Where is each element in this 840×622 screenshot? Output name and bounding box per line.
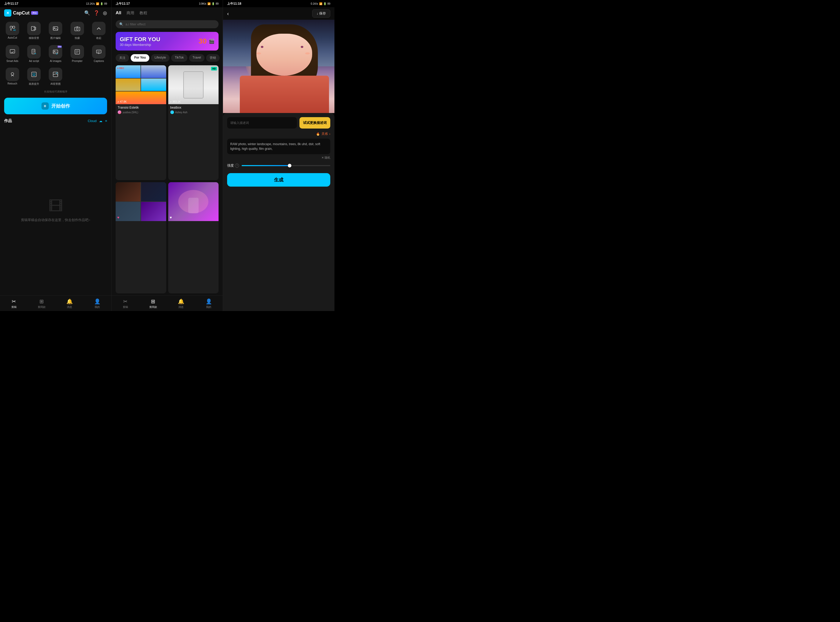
nav-template-2[interactable]: ⊞ 剪同款 [139, 296, 167, 311]
random-button[interactable]: ✕ 随机 [227, 156, 330, 160]
indicators-3: 0.1K/s 📶 🔋 89 [311, 2, 330, 5]
nav-profile-1[interactable]: 👤 我的 [84, 296, 111, 311]
wifi-icon-3: 🔋 [323, 2, 327, 5]
gift-scissors-icon: 🎬 [209, 38, 214, 44]
tool-label-enhance: 画质提升 [29, 82, 39, 86]
tool-prompter[interactable]: Prompter [67, 43, 87, 64]
try-replace-button[interactable]: 试试更换描述词 [299, 117, 330, 128]
couple-cell-2 [141, 182, 166, 201]
svg-rect-0 [10, 26, 12, 28]
gift-title: GIFT FOR YOU [120, 36, 160, 43]
nav-message-2[interactable]: 🔔 消息 [167, 296, 195, 311]
author-avatar-1 [118, 110, 121, 114]
prompt-input[interactable]: 请输入描述词 [227, 117, 297, 128]
bottom-nav-1: ✂ 剪辑 ⊞ 剪同款 🔔 消息 👤 我的 [0, 296, 111, 311]
tab-tutorial[interactable]: 教程 [139, 9, 147, 17]
mirror-scene [168, 65, 219, 104]
tool-ai-images[interactable]: Pro AI AI images [45, 43, 66, 64]
search-icon[interactable]: 🔍 [84, 10, 90, 16]
author-name-1: yustiva (SHL) [123, 111, 138, 114]
video-card-1[interactable]: ● REC ♬ 47.8K Transisi Estetik yustiva (… [116, 65, 166, 180]
create-button[interactable]: + 开始创作 [4, 98, 107, 114]
purple-phone [188, 198, 199, 213]
strength-label: 强度 ? [227, 163, 239, 168]
tool-collapse[interactable]: 收起 [89, 20, 109, 42]
indicators-1: 13.1K/s 📶 🔋 89 [86, 2, 107, 5]
logo-text: CapCut [13, 11, 29, 16]
tool-enhance[interactable]: AI 画质提升 [24, 66, 44, 88]
tool-icon-captions [92, 45, 105, 59]
cat-marketing[interactable]: 营销 [206, 54, 220, 62]
chevron-right-icon: › [329, 132, 330, 136]
video-title-2: beatbox [170, 106, 217, 109]
settings-icon[interactable]: ◎ [103, 10, 107, 16]
back-button[interactable]: ‹ [227, 11, 229, 17]
couple-cell-4 [141, 202, 166, 221]
heart-icon-2: ♥ [170, 215, 172, 220]
anime-image [223, 20, 334, 113]
panel-capcut-home: 上午11:17 13.1K/s 📶 🔋 89 ✕ CapCut Pro 🔍 ❓ … [0, 0, 111, 311]
stats-count-2: 363.1K [173, 100, 181, 103]
author-avatar-2 [170, 110, 174, 114]
help-icon[interactable]: ? [235, 163, 239, 168]
video-card-2[interactable]: HD ♬ 363.1K beatbox Ashey Ash [168, 65, 219, 180]
video-card-4[interactable]: ♥ [168, 182, 219, 293]
pro-badge-ai-images: Pro [58, 46, 62, 48]
sort-icon[interactable]: ≡ [105, 119, 107, 123]
cat-lifestyle[interactable]: Lifestyle [151, 54, 170, 62]
nav-template-1[interactable]: ⊞ 剪同款 [28, 296, 55, 311]
collage-cell-2 [141, 65, 166, 78]
video-card-3[interactable]: ♥ [116, 182, 166, 293]
wifi-icon-2: 🔋 [212, 2, 215, 5]
tool-photo-edit[interactable]: 图片编辑 [45, 20, 66, 42]
tool-icon-retouch [6, 68, 19, 81]
nav-profile-icon-2: 👤 [206, 298, 212, 305]
heart-icon: ♥ [117, 215, 119, 220]
pro-badge[interactable]: Pro [31, 11, 38, 15]
capcut-logo: ✕ CapCut Pro [4, 9, 38, 17]
couple-cell-1 [116, 182, 141, 201]
cat-foryou[interactable]: For You [131, 54, 149, 62]
nav-profile-2[interactable]: 👤 我的 [195, 296, 223, 311]
hd-badge: HD [211, 67, 217, 70]
generate-button[interactable]: 生成 [227, 173, 330, 187]
tool-icon-prompter [70, 45, 84, 59]
tool-label-camera: 拍摄 [75, 36, 80, 40]
tool-label-remove-bg: 移除背景 [29, 36, 39, 40]
works-title: 作品 [4, 119, 12, 123]
cat-tiktok[interactable]: TikTok [171, 54, 187, 62]
tool-camera[interactable]: 拍摄 [67, 20, 87, 42]
tool-label-autocut: AutoCut [8, 36, 17, 39]
tool-label-ai-bg: AI背景图 [50, 82, 61, 86]
help-icon[interactable]: ❓ [93, 10, 99, 16]
tool-ad-script[interactable]: AI Ad script [24, 43, 44, 64]
tool-remove-bg[interactable]: 移除背景 [24, 20, 44, 42]
cloud-label[interactable]: Cloud [88, 119, 96, 123]
tab-commercial[interactable]: 商用 [127, 9, 134, 17]
tool-autocut[interactable]: AI AutoCut [2, 20, 23, 42]
strength-slider[interactable] [241, 165, 330, 166]
cloud-icon: ☁ [99, 119, 102, 123]
svg-rect-6 [75, 27, 80, 31]
video-author-2: Ashey Ash [170, 110, 217, 114]
video-author-1: yustiva (SHL) [118, 110, 164, 114]
panel-discover: 上午11:17 3.9K/s 📶 🔋 89 All 商用 教程 🔍 a.i fi… [111, 0, 223, 311]
tool-ai-bg[interactable]: AI AI背景图 [45, 66, 66, 88]
nav-edit-icon-2: ✂ [123, 298, 128, 305]
cat-follow[interactable]: 关注 [116, 54, 129, 62]
nav-message-1[interactable]: 🔔 消息 [56, 296, 84, 311]
tool-retouch[interactable]: Retouch [2, 66, 23, 88]
save-button[interactable]: ↓ 保存 [312, 9, 330, 18]
tab-all[interactable]: All [116, 9, 121, 17]
nav-edit-1[interactable]: ✂ 剪辑 [0, 296, 28, 311]
inspire-label[interactable]: 灵感 [321, 132, 328, 136]
nav-edit-2[interactable]: ✂ 剪辑 [111, 296, 139, 311]
search-icon-discover: 🔍 [119, 22, 124, 26]
left-blush [257, 52, 261, 55]
tool-captions[interactable]: Captions [89, 43, 109, 64]
tool-icon-smart-ads [6, 45, 19, 59]
search-bar[interactable]: 🔍 a.i filter effect [116, 20, 218, 28]
gift-banner[interactable]: GIFT FOR YOU 30 days Membership 30 🎬 [116, 32, 218, 50]
tool-smart-ads[interactable]: Smart Ads [2, 43, 23, 64]
cat-travel[interactable]: Travel [189, 54, 205, 62]
